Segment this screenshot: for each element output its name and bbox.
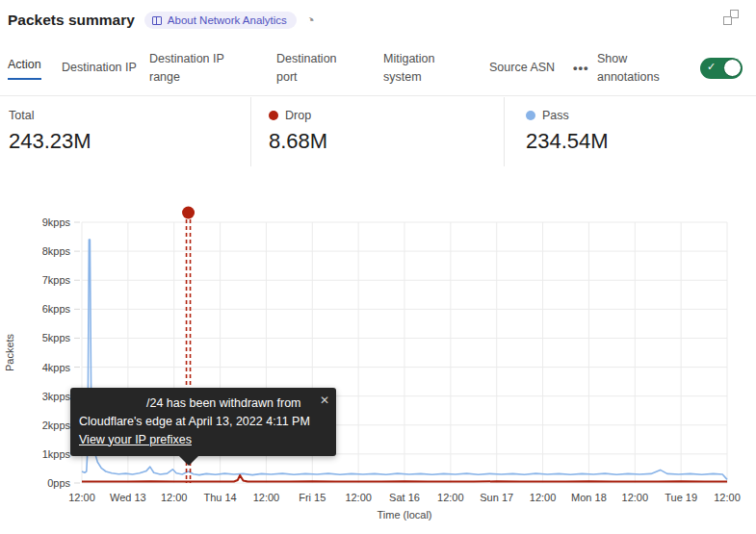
stat-drop-label: Drop bbox=[285, 109, 311, 122]
stat-pass-value: 234.54M bbox=[526, 129, 756, 154]
x-tick-label: 12:00 bbox=[437, 492, 464, 503]
stats-row: Total 243.23M Drop 8.68M Pass 234.54M bbox=[0, 97, 756, 166]
about-network-analytics-badge[interactable]: About Network Analytics bbox=[144, 12, 297, 29]
tooltip-caret bbox=[178, 455, 199, 466]
book-icon bbox=[152, 16, 162, 25]
x-tick-label: Sun 17 bbox=[480, 492, 513, 503]
show-annotations-toggle[interactable]: ✓ bbox=[700, 58, 743, 79]
x-tick-label: Fri 15 bbox=[299, 492, 326, 503]
x-axis-title: Time (local) bbox=[377, 509, 431, 521]
tab-destination-port[interactable]: Destination port bbox=[276, 50, 383, 87]
page-title: Packets summary bbox=[8, 12, 135, 29]
tab-source-asn[interactable]: Source ASN bbox=[489, 59, 573, 77]
toggle-check-icon: ✓ bbox=[707, 61, 716, 73]
x-tick-label: 12:00 bbox=[345, 492, 372, 503]
x-tick-label: 12:00 bbox=[161, 492, 188, 503]
about-badge-label: About Network Analytics bbox=[168, 14, 287, 26]
y-tick-label: 0pps bbox=[47, 477, 70, 489]
more-tabs-icon[interactable]: ••• bbox=[573, 61, 597, 75]
stat-pass-label: Pass bbox=[542, 109, 569, 122]
x-tick-label: Mon 18 bbox=[571, 492, 607, 503]
toggle-knob bbox=[723, 59, 742, 77]
x-tick-label: 12:00 bbox=[530, 492, 557, 503]
x-tick-label: Tue 19 bbox=[665, 492, 697, 503]
popout-icon[interactable] bbox=[723, 10, 739, 25]
y-tick-label: 2kpps bbox=[42, 420, 71, 431]
y-tick-label: 3kpps bbox=[42, 391, 71, 402]
x-tick-label: 12:00 bbox=[622, 492, 649, 503]
y-tick-label: 7kpps bbox=[42, 274, 71, 286]
popout-front-square bbox=[723, 16, 732, 25]
tab-action[interactable]: Action bbox=[8, 56, 62, 81]
show-annotations-label: Show annotations bbox=[597, 50, 700, 87]
x-tick-label: 12:00 bbox=[714, 492, 741, 503]
stat-total-label: Total bbox=[9, 109, 34, 122]
packets-chart: 0pps1kpps2kpps3kpps4kpps5kpps6kpps7kpps8… bbox=[0, 197, 756, 534]
y-tick-label: 9kpps bbox=[42, 216, 71, 228]
y-tick-label: 4kpps bbox=[42, 362, 71, 373]
y-tick-label: 6kpps bbox=[42, 303, 71, 315]
header: Packets summary About Network Analytics … bbox=[8, 8, 748, 33]
annotation-tooltip: ✕ /24 has been withdrawn from Cloudflare… bbox=[70, 388, 336, 456]
history-clock-icon[interactable]: ◔ bbox=[306, 13, 315, 27]
tab-mitigation-system[interactable]: Mitigation system bbox=[383, 50, 489, 87]
annotation-marker-dot[interactable] bbox=[182, 207, 195, 219]
dimension-tabbar: Action Destination IP Destination IP ran… bbox=[0, 40, 756, 96]
x-tick-label: Wed 13 bbox=[110, 492, 146, 503]
drop-legend-dot bbox=[269, 111, 278, 120]
stat-drop-value: 8.68M bbox=[269, 129, 504, 154]
stat-pass: Pass 234.54M bbox=[504, 97, 756, 166]
y-axis-title: Packets bbox=[4, 333, 15, 371]
stat-total-value: 243.23M bbox=[9, 129, 250, 154]
x-tick-label: Sat 16 bbox=[389, 492, 420, 503]
view-ip-prefixes-link[interactable]: View your IP prefixes bbox=[79, 431, 192, 449]
y-tick-label: 8kpps bbox=[42, 245, 71, 257]
tab-destination-ip-range[interactable]: Destination IP range bbox=[149, 50, 276, 87]
annotation-text: /24 has been withdrawn from Cloudflare's… bbox=[79, 394, 315, 431]
stat-drop: Drop 8.68M bbox=[250, 97, 504, 166]
x-tick-label: 12:00 bbox=[253, 492, 280, 503]
packets-chart-svg: 0pps1kpps2kpps3kpps4kpps5kpps6kpps7kpps8… bbox=[0, 197, 756, 534]
y-tick-label: 5kpps bbox=[42, 332, 71, 343]
stat-total: Total 243.23M bbox=[0, 97, 250, 166]
close-icon[interactable]: ✕ bbox=[320, 392, 329, 409]
tab-destination-ip[interactable]: Destination IP bbox=[62, 59, 149, 77]
pass-legend-dot bbox=[526, 111, 535, 120]
y-tick-label: 1kpps bbox=[42, 448, 71, 460]
x-tick-label: 12:00 bbox=[68, 492, 95, 503]
x-tick-label: Thu 14 bbox=[203, 492, 236, 503]
